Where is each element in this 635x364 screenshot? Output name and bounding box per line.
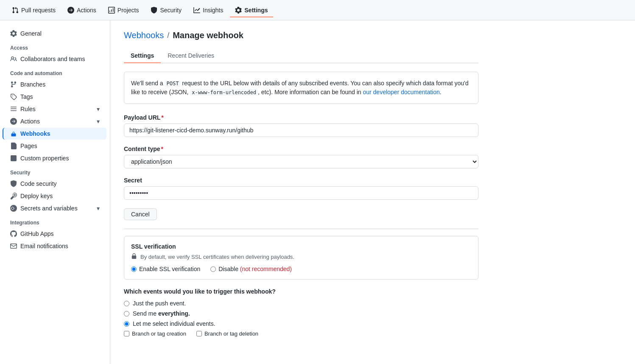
nav-insights[interactable]: Insights [188,3,228,17]
content-type-label: Content type* [124,146,478,152]
sidebar-section-integrations: Integrations [0,215,110,227]
sidebar-branches-label: Branches [20,81,45,88]
sidebar-item-secrets[interactable]: Secrets and variables ▾ [3,202,106,214]
event-push-only[interactable]: Just the push event. [124,300,478,307]
properties-icon [10,155,17,162]
event-everything-radio[interactable] [124,311,129,316]
sidebar-item-custom-properties[interactable]: Custom properties [3,152,106,164]
nav-settings-label: Settings [244,7,268,14]
content-type-section: Content type* application/json applicati… [124,146,478,168]
secret-label: Secret [124,177,478,184]
nav-projects-label: Projects [117,7,139,14]
checkbox-branch-deletion[interactable]: Branch or tag deletion [196,330,258,337]
top-nav: Pull requests Actions Projects Security … [0,0,635,20]
security-icon [151,7,157,14]
email-icon [10,243,17,249]
sidebar-item-email-notifications[interactable]: Email notifications [3,240,106,252]
sidebar-item-actions[interactable]: Actions ▾ [3,115,106,127]
payload-url-input[interactable] [124,123,478,137]
rule-icon [10,106,17,112]
sidebar-item-rules[interactable]: Rules ▾ [3,103,106,115]
sidebar-section-security: Security [0,165,110,177]
ssl-title: SSL verification [131,243,471,250]
sidebar-item-pages[interactable]: Pages [3,140,106,152]
event-everything[interactable]: Send me everything. [124,310,478,317]
payload-url-section: Payload URL* [124,114,478,137]
sidebar-custom-properties-label: Custom properties [20,155,69,162]
rules-chevron-icon: ▾ [97,106,100,112]
sidebar-tags-label: Tags [20,93,33,100]
insights-icon [193,7,200,14]
branch-deletion-label: Branch or tag deletion [204,330,258,337]
event-push-label: Just the push event. [133,300,186,307]
nav-settings[interactable]: Settings [230,3,273,17]
branch-creation-checkbox[interactable] [124,331,129,336]
nav-actions[interactable]: Actions [62,3,101,17]
content-type-select[interactable]: application/json application/x-www-form-… [124,155,478,168]
sidebar-webhooks-label: Webhooks [20,130,50,137]
urlencoded-code: x-www-form-urlencoded [190,89,258,96]
event-everything-label: Send me everything. [133,310,190,317]
event-push-radio[interactable] [124,301,129,306]
sidebar-item-branches[interactable]: Branches [3,78,106,90]
ssl-enable-label: Enable SSL verification [139,266,200,272]
sidebar-item-general[interactable]: General [3,28,106,39]
sidebar-collaborators-label: Collaborators and teams [20,56,85,62]
sidebar-email-notifications-label: Email notifications [20,243,68,249]
events-title: Which events would you like to trigger t… [124,288,478,295]
ssl-disable-radio[interactable] [210,266,216,272]
developer-docs-link[interactable]: our developer documentation [363,89,439,95]
branch-deletion-checkbox[interactable] [196,331,202,336]
main-layout: General Access Collaborators and teams C… [0,20,635,364]
webhook-icon [10,130,17,137]
sidebar-deploy-keys-label: Deploy keys [20,193,53,199]
app-icon [10,230,17,237]
sidebar-item-collaborators[interactable]: Collaborators and teams [3,53,106,65]
ssl-enable-option[interactable]: Enable SSL verification [131,266,200,272]
sidebar-secrets-label: Secrets and variables [20,205,93,212]
breadcrumb-current: Manage webhook [173,31,243,40]
key-icon [10,193,17,199]
sidebar-item-github-apps[interactable]: GitHub Apps [3,228,106,240]
nav-pull-requests[interactable]: Pull requests [7,3,61,17]
secret-input[interactable] [124,186,478,200]
shield-sidebar-icon [10,180,17,187]
actions-chevron-icon: ▾ [97,118,100,125]
actions-sidebar-icon [10,118,17,125]
sidebar-item-webhooks[interactable]: Webhooks [3,128,106,140]
actions-icon [67,7,74,14]
ssl-disable-option[interactable]: Disable (not recommended) [210,266,292,272]
sidebar-actions-label: Actions [20,118,93,125]
ssl-disable-label: Disable (not recommended) [218,266,292,272]
secret-section: Secret [124,177,478,200]
pages-icon [10,143,17,149]
ssl-enable-radio[interactable] [131,266,137,272]
sidebar-section-code-automation: Code and automation [0,65,110,78]
breadcrumb-separator: / [167,31,169,40]
people-icon [10,56,17,62]
checkbox-branch-creation[interactable]: Branch or tag creation [124,330,186,337]
sidebar-github-apps-label: GitHub Apps [20,230,54,237]
payload-url-label: Payload URL* [124,114,478,121]
ssl-description: By default, we verify SSL certificates w… [131,253,471,260]
nav-security[interactable]: Security [145,3,187,17]
nav-pull-requests-label: Pull requests [21,7,56,14]
post-code: POST [165,80,180,87]
tab-settings[interactable]: Settings [124,49,161,63]
sidebar-item-code-security[interactable]: Code security [3,178,106,190]
ssl-radio-group: Enable SSL verification Disable (not rec… [131,266,471,272]
nav-projects[interactable]: Projects [103,3,144,17]
secrets-chevron-icon: ▾ [97,205,100,212]
breadcrumb-webhooks-link[interactable]: Webhooks [124,31,164,40]
settings-nav-icon [235,7,242,14]
sidebar-item-deploy-keys[interactable]: Deploy keys [3,190,106,202]
sidebar-section-access: Access [0,40,110,53]
sidebar-item-tags[interactable]: Tags [3,91,106,103]
event-individual[interactable]: Let me select individual events. [124,320,478,327]
nav-security-label: Security [160,7,182,14]
main-content: Webhooks / Manage webhook Settings Recen… [110,20,492,364]
branch-creation-label: Branch or tag creation [132,330,186,337]
cancel-button[interactable]: Cancel [124,208,157,220]
event-individual-radio[interactable] [124,321,129,327]
tab-recent-deliveries[interactable]: Recent Deliveries [161,49,221,63]
